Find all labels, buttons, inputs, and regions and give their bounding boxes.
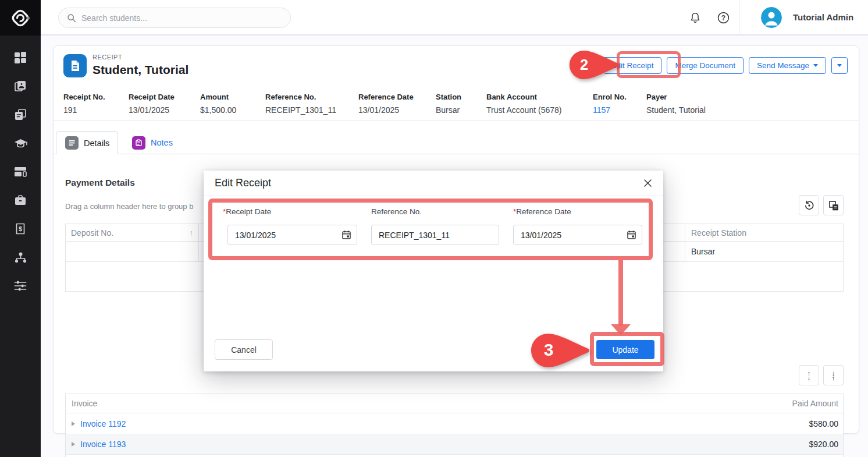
column-header-label: Paid Amount	[792, 399, 838, 408]
field-label: Bank Account	[486, 93, 587, 101]
calendar-icon[interactable]	[627, 230, 636, 240]
chevron-down-icon	[813, 64, 818, 67]
group-by-hint: Drag a column header here to group b	[65, 202, 193, 211]
reference-date-label: *Reference Date	[513, 207, 571, 216]
app-logo[interactable]	[0, 0, 41, 36]
send-message-button[interactable]: Send Message	[749, 57, 826, 74]
payment-details-heading: Payment Details	[65, 178, 135, 188]
paid-amount-cell: $580.00	[668, 419, 843, 428]
field-label: Receipt Date	[129, 93, 194, 101]
sidebar-item-layout[interactable]	[0, 165, 41, 178]
column-header-deposit-no[interactable]: Deposit No. ↑	[66, 224, 199, 241]
column-chooser-button[interactable]	[823, 195, 844, 215]
column-chooser-icon	[828, 200, 839, 211]
cancel-button[interactable]: Cancel	[215, 339, 273, 360]
tab-notes[interactable]: Notes	[123, 131, 182, 154]
enrol-no-link[interactable]: 1157	[593, 105, 641, 115]
tab-details[interactable]: Details	[56, 131, 118, 154]
table-row[interactable]: Invoice 1193 $920.00	[66, 434, 843, 454]
expand-row-icon[interactable]	[72, 442, 75, 447]
receipt-date-label: *Receipt Date	[223, 207, 271, 216]
dashboard-icon	[14, 51, 27, 64]
column-header-label: Invoice	[72, 399, 97, 408]
sidebar-item-dashboard[interactable]	[0, 51, 41, 64]
expand-row-icon[interactable]	[72, 421, 75, 426]
user-name: Tutorial Admin	[793, 12, 853, 22]
logo-icon	[9, 6, 32, 30]
column-header-label: Deposit No.	[71, 228, 113, 238]
header-actions: Edit Receipt Merge Document Send Message	[603, 57, 848, 74]
reference-no-label: Reference No.	[371, 207, 422, 216]
modal-title: Edit Receipt	[215, 177, 271, 189]
divider	[54, 120, 859, 121]
field-value: $1,500.00	[200, 105, 259, 115]
notes-tab-icon	[132, 136, 145, 150]
sort-ascending-icon[interactable]: ↑	[190, 228, 194, 237]
sidebar-item-documents[interactable]	[0, 108, 41, 121]
column-header-paid-amount[interactable]: Paid Amount	[668, 399, 843, 408]
merge-document-button[interactable]: Merge Document	[667, 57, 744, 74]
column-header-label: Receipt Station	[691, 228, 746, 238]
send-message-label: Send Message	[757, 61, 809, 70]
reference-date-input[interactable]	[513, 225, 642, 245]
help-button[interactable]: ?	[716, 10, 731, 25]
documents-icon	[14, 108, 27, 121]
table-total-row: $1,500.00	[66, 454, 843, 457]
calendar-icon[interactable]	[341, 230, 351, 240]
receipt-badge	[63, 54, 87, 77]
notifications-button[interactable]	[688, 10, 703, 25]
layout-icon	[14, 165, 27, 178]
field-label: Reference Date	[358, 93, 430, 101]
receipt-document-icon	[68, 59, 82, 73]
close-icon	[643, 179, 652, 187]
sidebar: $	[0, 0, 41, 457]
collapse-all-icon: ↓↑	[832, 371, 835, 380]
field-value: Trust Account (5678)	[486, 105, 587, 115]
avatar[interactable]	[761, 7, 782, 28]
expand-all-icon: ↑↓	[807, 371, 811, 380]
payment-allocation-table: Invoice Paid Amount Invoice 1192 $580.00…	[65, 394, 844, 457]
chevron-down-icon	[837, 64, 842, 67]
edit-receipt-label: Edit Receipt	[611, 61, 654, 70]
relations-icon	[14, 251, 27, 264]
user-avatar-icon	[761, 7, 782, 28]
refresh-history-icon	[804, 200, 814, 211]
sidebar-item-briefcase[interactable]	[0, 194, 41, 207]
record-type-label: RECEIPT	[93, 54, 122, 61]
field-label: Enrol No.	[593, 93, 641, 101]
field-label: Receipt No.	[63, 93, 123, 101]
update-button[interactable]: Update	[596, 340, 654, 359]
app-window: $	[0, 0, 868, 457]
sidebar-item-billing[interactable]: $	[0, 222, 41, 235]
cell-receipt-station: Bursar	[685, 242, 843, 261]
invoice-link[interactable]: Invoice 1193	[80, 440, 126, 449]
sidebar-item-relations[interactable]	[0, 251, 41, 264]
cell-deposit-no	[66, 242, 199, 261]
column-header-receipt-station[interactable]: Receipt Station	[685, 224, 843, 241]
sidebar-item-settings[interactable]	[0, 279, 41, 292]
tab-notes-label: Notes	[151, 138, 173, 147]
search-input[interactable]	[81, 13, 273, 23]
expand-all-button[interactable]: ↑↓	[799, 365, 819, 385]
briefcase-icon	[14, 194, 27, 207]
modal-header: Edit Receipt	[204, 171, 663, 196]
invoice-dollar-icon: $	[14, 222, 27, 235]
topbar: ? Tutorial Admin	[41, 0, 868, 36]
sidebar-item-contacts[interactable]	[0, 80, 41, 93]
field-value: 13/01/2025	[129, 105, 194, 115]
paid-amount-cell: $920.00	[668, 440, 843, 449]
field-label: Station	[436, 93, 481, 101]
close-button[interactable]	[643, 179, 652, 187]
invoice-link[interactable]: Invoice 1192	[80, 419, 126, 428]
collapse-all-button[interactable]: ↓↑	[823, 365, 844, 385]
column-header-invoice[interactable]: Invoice	[66, 399, 668, 408]
table-row[interactable]: Invoice 1192 $580.00	[66, 413, 843, 434]
reference-no-input[interactable]	[371, 225, 499, 245]
more-actions-button[interactable]	[831, 57, 848, 74]
search-box[interactable]	[58, 8, 291, 28]
refresh-button[interactable]	[799, 195, 819, 215]
receipt-date-input[interactable]	[227, 225, 357, 245]
edit-receipt-button[interactable]: Edit Receipt	[603, 57, 662, 74]
details-tab-icon	[65, 136, 79, 150]
sidebar-item-education[interactable]	[0, 137, 41, 150]
